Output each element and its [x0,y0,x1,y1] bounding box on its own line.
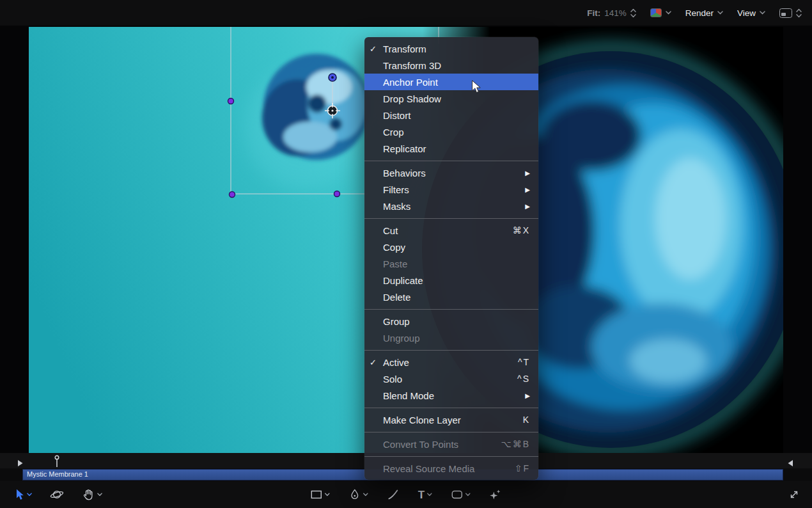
menu-item-label: Transform 3D [383,60,530,71]
menu-item-replicator[interactable]: Replicator [364,140,538,157]
menu-item-label: Crop [383,127,530,138]
menu-separator [364,218,538,219]
adjust-glyph-wand-tool[interactable] [490,489,501,500]
mouse-cursor-icon [471,80,481,97]
fit-label: Fit: [587,8,600,18]
menu-item-label: Ungroup [383,333,530,344]
channels-menu[interactable] [650,8,671,17]
menu-item-group[interactable]: Group [364,313,538,329]
select-transform-tool[interactable] [15,489,32,500]
menu-item-label: Transform [383,44,530,54]
menu-shortcut: ⌘X [513,225,530,235]
menu-separator [364,309,538,310]
bezier-mask-tool[interactable] [349,489,368,500]
menu-item-active[interactable]: ✓Active^T [364,354,538,370]
timeline-out-marker-icon[interactable] [788,457,793,469]
canvas-toolbar: T [0,481,812,508]
timeline-in-marker-icon[interactable] [18,457,23,469]
color-channels-icon [650,8,662,17]
chevron-down-icon [717,11,723,15]
menu-item-filters[interactable]: Filters▶ [364,181,538,198]
menu-shortcut: ^S [517,374,530,384]
menu-separator [364,408,538,408]
render-menu[interactable]: Render [685,8,723,18]
submenu-arrow-icon: ▶ [525,170,530,177]
menu-item-blend-mode[interactable]: Blend Mode▶ [364,387,538,404]
menu-item-label: Reveal Source Media [383,463,515,474]
menu-item-label: Anchor Point [383,77,530,88]
menu-item-label: Behaviors [383,168,525,179]
text-tool-glyph: T [418,489,425,500]
menu-item-label: Distort [383,110,530,121]
menu-item-label: Active [383,357,518,368]
text-tool[interactable]: T [418,489,432,500]
fit-value: 141% [604,8,627,18]
menu-separator [364,432,538,433]
chevron-down-icon[interactable] [97,493,102,496]
menu-item-solo[interactable]: Solo^S [364,370,538,387]
menu-item-convert-to-points: Convert To Points⌥⌘B [364,436,538,452]
submenu-arrow-icon: ▶ [525,203,530,210]
pan-hand-tool[interactable] [82,488,102,501]
menu-item-label: Drop Shadow [383,93,530,104]
menu-shortcut: K [523,415,530,425]
menu-item-label: Blend Mode [383,390,525,401]
menu-item-label: Delete [383,292,530,303]
menu-item-anchor-point[interactable]: Anchor Point [364,74,538,90]
3d-transform-tool[interactable] [50,488,64,501]
menu-item-label: Group [383,316,530,327]
menu-shortcut: ^T [518,357,530,367]
menu-item-copy[interactable]: Copy [364,239,538,255]
menu-item-transform[interactable]: ✓Transform [364,40,538,57]
fit-zoom-control[interactable]: Fit: 141% [587,8,636,18]
menu-separator [364,161,538,161]
menu-item-label: Copy [383,242,530,253]
layout-stepper-icon[interactable] [796,8,802,18]
menu-item-label: Filters [383,184,525,195]
render-label: Render [685,8,714,18]
menu-item-label: Make Clone Layer [383,415,523,425]
chevron-down-icon [760,11,765,15]
chevron-down-icon[interactable] [465,493,471,496]
layer-bar-label: Mystic Membrane 1 [27,470,88,478]
menu-item-transform-3d[interactable]: Transform 3D [364,57,538,74]
view-menu[interactable]: View [737,8,765,18]
submenu-arrow-icon: ▶ [525,392,530,399]
menu-item-label: Replicator [383,143,530,154]
menu-shortcut: ⌥⌘B [501,439,530,449]
chevron-down-icon[interactable] [427,493,432,496]
menu-item-label: Masks [383,201,525,212]
chevron-down-icon[interactable] [325,493,330,496]
layout-icon [779,8,792,18]
menu-item-reveal-source-media: Reveal Source Media⇧F [364,460,538,477]
menu-item-label: Cut [383,225,513,236]
menu-item-delete[interactable]: Delete [364,289,538,305]
menu-item-behaviors[interactable]: Behaviors▶ [364,164,538,181]
viewer-toolbar-controls: Fit: 141% Render View [587,0,802,26]
menu-item-label: Paste [383,258,530,269]
window-layout-control[interactable] [779,8,802,18]
shape-tool[interactable] [451,490,471,499]
menu-item-drop-shadow[interactable]: Drop Shadow [364,90,538,107]
context-menu: ✓TransformTransform 3DAnchor PointDrop S… [364,37,538,480]
menu-separator [364,456,538,457]
menu-item-distort[interactable]: Distort [364,107,538,123]
menu-item-paste: Paste [364,255,538,272]
submenu-arrow-icon: ▶ [525,186,530,193]
menu-item-masks[interactable]: Masks▶ [364,198,538,214]
rectangle-shape-tool[interactable] [311,490,330,499]
menu-item-ungroup: Ungroup [364,329,538,346]
menu-item-cut[interactable]: Cut⌘X [364,222,538,239]
menu-shortcut: ⇧F [515,463,530,473]
menu-separator [364,350,538,351]
fit-stepper-icon[interactable] [630,8,636,18]
checkmark-icon: ✓ [370,358,383,367]
menu-item-duplicate[interactable]: Duplicate [364,272,538,289]
chevron-down-icon[interactable] [363,493,368,496]
expand-timeline-icon[interactable] [789,489,799,500]
chevron-down-icon[interactable] [27,493,32,496]
menu-item-crop[interactable]: Crop [364,123,538,140]
paint-stroke-tool[interactable] [387,489,399,500]
viewer-toolbar: Fit: 141% Render View [0,0,812,26]
menu-item-make-clone-layer[interactable]: Make Clone LayerK [364,411,538,428]
